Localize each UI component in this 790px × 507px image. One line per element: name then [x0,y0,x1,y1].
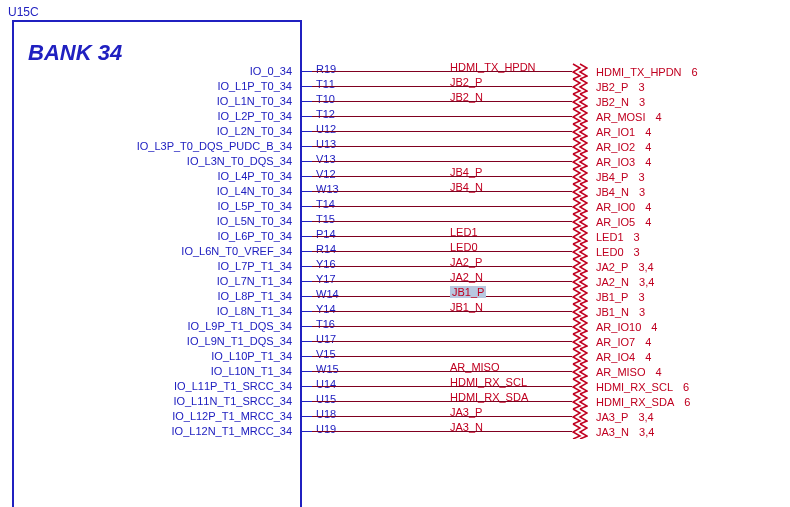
offpage-connector-icon [572,393,588,409]
pin-label: IO_L9P_T1_DQS_34 [0,320,296,332]
pin-number: T10 [316,93,335,105]
pin-row: IO_L12N_T1_MRCC_34U19JA3_NJA3_N3,4 [0,424,790,439]
offpage-connector-icon [572,423,588,439]
pin-row: IO_L3P_T0_DQS_PUDC_B_34U13AR_IO24 [0,139,790,154]
pin-label: IO_L4N_T0_34 [0,185,296,197]
pin-row: IO_L2N_T0_34U12AR_IO14 [0,124,790,139]
net-label: JA2_N [450,271,483,283]
pin-number: V13 [316,153,336,165]
pin-row: IO_L11P_T1_SRCC_34U14HDMI_RX_SCLHDMI_RX_… [0,379,790,394]
port-label: AR_IO74 [596,336,651,348]
pin-number: U18 [316,408,336,420]
pin-stub [302,281,312,282]
port-label: HDMI_RX_SCL6 [596,381,689,393]
pin-number: R19 [316,63,336,75]
pin-row: IO_L6N_T0_VREF_34R14LED0LED03 [0,244,790,259]
port-label: AR_IO54 [596,216,651,228]
wire [312,266,572,267]
pin-row: IO_L6P_T0_34P14LED1LED13 [0,229,790,244]
sheet-ref: 3,4 [638,411,653,423]
pin-label: IO_L12P_T1_MRCC_34 [0,410,296,422]
pin-row: IO_L9N_T1_DQS_34U17AR_IO74 [0,334,790,349]
port-label: JB4_P3 [596,171,645,183]
port-label: JB2_P3 [596,81,645,93]
wire [312,191,572,192]
wire [312,386,572,387]
pin-number: Y17 [316,273,336,285]
pin-label: IO_L11P_T1_SRCC_34 [0,380,296,392]
bank-title: BANK 34 [28,40,122,66]
pin-label: IO_L9N_T1_DQS_34 [0,335,296,347]
port-label: AR_IO34 [596,156,651,168]
pin-stub [302,266,312,267]
net-label: HDMI_TX_HPDN [450,61,536,73]
pin-row: IO_L11N_T1_SRCC_34U15HDMI_RX_SDAHDMI_RX_… [0,394,790,409]
net-label: LED0 [450,241,478,253]
port-label: JB2_N3 [596,96,645,108]
wire [312,371,572,372]
pin-number: T16 [316,318,335,330]
pin-row: IO_L9P_T1_DQS_34T16AR_IO104 [0,319,790,334]
sheet-ref: 3 [639,186,645,198]
pin-row: IO_0_34R19HDMI_TX_HPDNHDMI_TX_HPDN6 [0,64,790,79]
pin-number: R14 [316,243,336,255]
pin-label: IO_L2P_T0_34 [0,110,296,122]
pin-stub [302,206,312,207]
component-refdes: U15C [8,5,39,19]
pin-number: T11 [316,78,335,90]
port-label: JB1_N3 [596,306,645,318]
pin-rows: IO_0_34R19HDMI_TX_HPDNHDMI_TX_HPDN6IO_L1… [0,64,790,439]
net-label: JB4_P [450,166,482,178]
pin-number: Y14 [316,303,336,315]
offpage-connector-icon [572,198,588,214]
pin-label: IO_L10P_T1_34 [0,350,296,362]
pin-row: IO_L8P_T1_34W14JB1_PJB1_P3 [0,289,790,304]
wire [312,251,572,252]
net-label: HDMI_RX_SCL [450,376,527,388]
pin-label: IO_L10N_T1_34 [0,365,296,377]
net-label: JB2_N [450,91,483,103]
sheet-ref: 4 [645,156,651,168]
offpage-connector-icon [572,213,588,229]
pin-label: IO_L11N_T1_SRCC_34 [0,395,296,407]
port-label: AR_IO44 [596,351,651,363]
sheet-ref: 4 [645,336,651,348]
sheet-ref: 4 [645,351,651,363]
offpage-connector-icon [572,228,588,244]
wire [312,146,572,147]
pin-label: IO_L6P_T0_34 [0,230,296,242]
pin-stub [302,326,312,327]
offpage-connector-icon [572,333,588,349]
wire [312,311,572,312]
offpage-connector-icon [572,183,588,199]
pin-row: IO_L1P_T0_34T11JB2_PJB2_P3 [0,79,790,94]
port-label: JA2_N3,4 [596,276,654,288]
pin-row: IO_L5N_T0_34T15AR_IO54 [0,214,790,229]
sheet-ref: 4 [656,111,662,123]
net-label: HDMI_RX_SDA [450,391,528,403]
sheet-ref: 3,4 [638,261,653,273]
offpage-connector-icon [572,318,588,334]
pin-number: T15 [316,213,335,225]
pin-stub [302,371,312,372]
net-label: JA2_P [450,256,482,268]
pin-stub [302,161,312,162]
pin-number: Y16 [316,258,336,270]
wire [312,131,572,132]
pin-label: IO_L4P_T0_34 [0,170,296,182]
wire [312,401,572,402]
sheet-ref: 4 [651,321,657,333]
wire [312,101,572,102]
port-label: HDMI_TX_HPDN6 [596,66,698,78]
net-label: JB4_N [450,181,483,193]
wire [312,356,572,357]
wire [312,161,572,162]
pin-stub [302,401,312,402]
offpage-connector-icon [572,108,588,124]
offpage-connector-icon [572,123,588,139]
wire [312,296,572,297]
net-label: JB2_P [450,76,482,88]
sheet-ref: 3,4 [639,426,654,438]
wire [312,86,572,87]
net-label: AR_MISO [450,361,500,373]
